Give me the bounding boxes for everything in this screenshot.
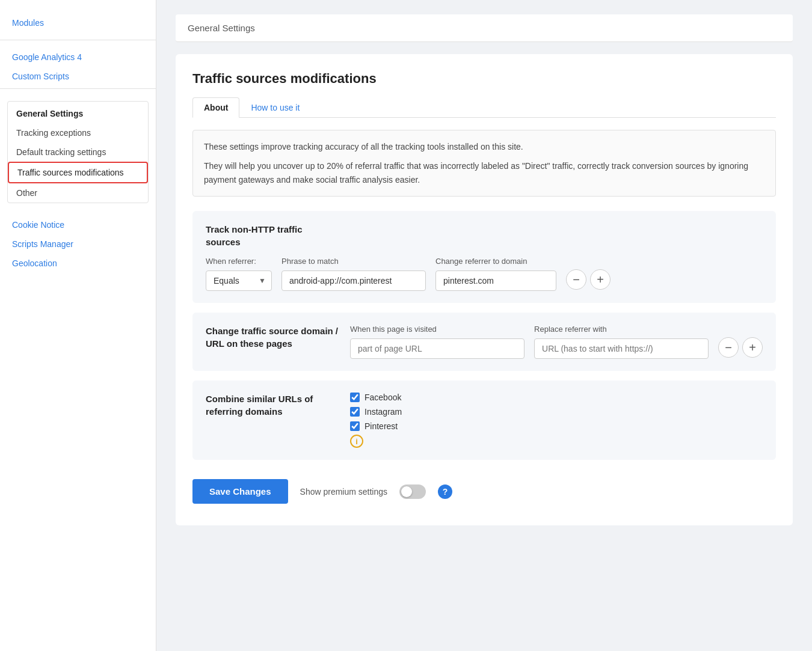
checkbox-area: Facebook Instagram Pinterest i — [350, 393, 402, 448]
checkbox-list: Facebook Instagram Pinterest — [350, 393, 402, 431]
instagram-label: Instagram — [364, 407, 402, 417]
pinterest-checkbox[interactable] — [350, 421, 360, 431]
replace-referrer-label: Replace referrer with — [534, 325, 709, 334]
premium-label: Show premium settings — [300, 487, 388, 497]
referrer-col: When referrer: Equals Contains Starts wi… — [206, 257, 272, 291]
tab-about[interactable]: About — [192, 97, 239, 118]
page-title: Traffic sources modifications — [192, 71, 776, 87]
sidebar-item-tracking-exceptions[interactable]: Tracking exceptions — [8, 123, 148, 142]
add-change-traffic-button[interactable]: + — [742, 337, 763, 358]
facebook-checkbox[interactable] — [350, 393, 360, 402]
referrer-select[interactable]: Equals Contains Starts with — [206, 270, 272, 291]
toggle-knob — [401, 486, 412, 497]
sidebar-cookie-notice-link[interactable]: Cookie Notice — [0, 215, 156, 234]
premium-toggle[interactable] — [399, 484, 426, 499]
sidebar-modules-link[interactable]: Modules — [0, 12, 156, 37]
info-icon[interactable]: i — [350, 435, 363, 448]
track-non-http-form-row: When referrer: Equals Contains Starts wi… — [206, 257, 763, 291]
when-page-label: When this page is visited — [350, 325, 524, 334]
tabs-bar: About How to use it — [192, 97, 776, 118]
sidebar-item-other[interactable]: Other — [8, 183, 148, 203]
track-non-http-section: Track non-HTTP trafficsources When refer… — [192, 211, 776, 303]
change-traffic-btns: − + — [718, 337, 763, 359]
sidebar: Modules Google Analytics 4 Custom Script… — [0, 0, 156, 651]
pinterest-label: Pinterest — [364, 421, 398, 431]
facebook-label: Facebook — [364, 393, 401, 402]
track-non-http-btns: − + — [566, 269, 611, 291]
combine-urls-title: Combine similar URLs ofreferring domains — [206, 393, 338, 418]
instagram-checkbox[interactable] — [350, 407, 360, 417]
replace-referrer-input[interactable] — [534, 338, 709, 359]
save-changes-button[interactable]: Save Changes — [192, 479, 288, 504]
sidebar-group-title: General Settings — [8, 102, 148, 123]
combine-urls-section: Combine similar URLs ofreferring domains… — [192, 381, 776, 460]
change-traffic-form-row: When this page is visited Replace referr… — [350, 325, 763, 359]
checkbox-pinterest[interactable]: Pinterest — [350, 421, 402, 431]
remove-change-traffic-button[interactable]: − — [718, 337, 739, 358]
change-referrer-label: Change referrer to domain — [435, 257, 556, 266]
phrase-col: Phrase to match — [281, 257, 426, 291]
tab-how-to-use[interactable]: How to use it — [239, 97, 311, 118]
page-header: General Settings — [176, 14, 793, 42]
change-traffic-title: Change traffic source domain /URL on the… — [206, 325, 338, 350]
sidebar-geolocation-link[interactable]: Geolocation — [0, 254, 156, 273]
content-card: Traffic sources modifications About How … — [176, 54, 793, 525]
about-paragraph-1: These settings improve tracking accuracy… — [204, 140, 764, 153]
about-paragraph-2: They will help you uncover up to 20% of … — [204, 159, 764, 186]
page-header-title: General Settings — [188, 23, 255, 33]
track-non-http-title: Track non-HTTP trafficsources — [206, 223, 763, 248]
referrer-label: When referrer: — [206, 257, 272, 266]
add-row-button[interactable]: + — [590, 269, 611, 290]
about-text-box: These settings improve tracking accuracy… — [192, 130, 776, 197]
sidebar-custom-scripts-link[interactable]: Custom Scripts — [0, 67, 156, 86]
when-page-col: When this page is visited — [350, 325, 524, 359]
checkbox-instagram[interactable]: Instagram — [350, 407, 402, 417]
premium-toggle-wrap[interactable] — [399, 484, 426, 499]
sidebar-ga4-link[interactable]: Google Analytics 4 — [0, 47, 156, 67]
phrase-label: Phrase to match — [281, 257, 426, 266]
change-referrer-col: Change referrer to domain — [435, 257, 556, 291]
replace-referrer-col: Replace referrer with — [534, 325, 709, 359]
sidebar-general-settings-group: General Settings Tracking exceptions Def… — [7, 101, 149, 203]
checkbox-facebook[interactable]: Facebook — [350, 393, 402, 402]
when-page-input[interactable] — [350, 338, 524, 359]
sidebar-divider-top — [0, 40, 156, 40]
change-referrer-input[interactable] — [435, 270, 556, 291]
sidebar-item-default-tracking[interactable]: Default tracking settings — [8, 142, 148, 162]
change-traffic-section: Change traffic source domain /URL on the… — [192, 313, 776, 371]
sidebar-item-traffic-sources[interactable]: Traffic sources modifications — [8, 162, 148, 183]
phrase-input[interactable] — [281, 270, 426, 291]
remove-row-button[interactable]: − — [566, 269, 586, 290]
main-content: General Settings Traffic sources modific… — [156, 0, 812, 651]
sidebar-divider-mid — [0, 88, 156, 89]
referrer-select-wrap: Equals Contains Starts with ▼ — [206, 270, 272, 291]
help-icon[interactable]: ? — [438, 484, 452, 499]
bottom-bar: Save Changes Show premium settings ? — [192, 474, 776, 513]
sidebar-scripts-manager-link[interactable]: Scripts Manager — [0, 234, 156, 254]
